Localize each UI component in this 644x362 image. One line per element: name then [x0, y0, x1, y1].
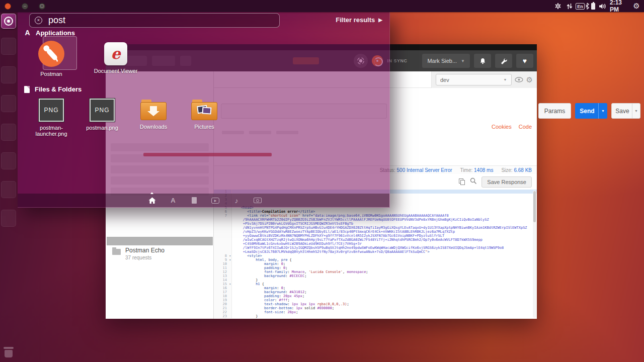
response-editor-rows: 12345 <head>6 <title>Compilation error</…: [214, 190, 537, 318]
cookies-link[interactable]: Cookies: [492, 124, 512, 130]
bell-icon: [479, 58, 486, 64]
editor-row: /dN1yvnnHtPNTPG4PqdHgCMXnPRSZrpSuHBvUJu4…: [214, 226, 537, 230]
save-response-button[interactable]: Save Response: [481, 176, 532, 188]
battery-icon[interactable]: [590, 0, 597, 12]
section-title: Applications: [36, 29, 75, 37]
editor-row: 11 padding: 0;: [214, 266, 537, 270]
editor-row: 8▾ <style>: [214, 254, 537, 258]
time-label: Time:: [460, 167, 473, 173]
top-panel: – ▢ En 2:13 PM ⚙: [0, 0, 644, 12]
result-label: postman-launcher.png: [26, 125, 76, 137]
section-applications-header: A Applications: [24, 29, 75, 37]
editor-row: 7 <link rel="shortcut icon" href="data:i…: [214, 214, 537, 218]
launcher-item-4[interactable]: [1, 124, 16, 141]
launcher-item-3[interactable]: [1, 95, 16, 112]
send-options-caret[interactable]: ▼: [598, 103, 607, 119]
environment-settings-gear-icon[interactable]: ⚙: [526, 76, 533, 83]
collection-item[interactable]: Postman Echo 37 requests: [106, 246, 213, 266]
session-gear-icon[interactable]: ⚙: [632, 0, 641, 12]
result-label: Pictures: [179, 124, 229, 130]
lens-home[interactable]: [147, 197, 156, 205]
heart-icon: ♥: [523, 57, 527, 65]
pictures-folder-icon: [191, 100, 217, 121]
editor-scrollbar[interactable]: [533, 191, 536, 318]
chevron-right-icon: ▶: [378, 17, 382, 23]
lens-applications[interactable]: A: [169, 197, 178, 205]
search-response-icon[interactable]: [470, 177, 477, 187]
send-button[interactable]: Send ▼: [575, 103, 607, 119]
flower-indicator-icon[interactable]: [553, 0, 562, 12]
launcher-item-6[interactable]: [1, 181, 16, 198]
params-button[interactable]: Params: [538, 103, 571, 119]
chevron-down-icon: ▼: [504, 78, 507, 81]
editor-row: 13 background: #ECECEC;: [214, 274, 537, 278]
editor-row: /9hAAAACXRFWHRTb2Z0d2FyZQBBZG9iZSBJbWFnZ…: [214, 218, 537, 222]
editor-row: 18 padding: 20px 45px;: [214, 294, 537, 298]
launcher-item-7[interactable]: [1, 210, 16, 227]
dash-result-file[interactable]: PNG postman.png: [77, 99, 127, 131]
clear-search-icon[interactable]: ×: [35, 17, 42, 24]
settings-wrench-button[interactable]: [495, 54, 512, 68]
postman-app-icon: [37, 40, 65, 68]
editor-row: 10 margin: 0;: [214, 262, 537, 266]
collection-name: Postman Echo: [125, 247, 165, 254]
volume-icon[interactable]: [598, 0, 608, 12]
clock[interactable]: 2:13 PM: [610, 0, 631, 12]
keyboard-layout-indicator[interactable]: En: [576, 0, 585, 12]
editor-row: +PSv3Aj7DSiP2B0rwkLGVdGgxITSCRIJGSMEQWZR…: [214, 222, 537, 226]
trash-icon[interactable]: [4, 347, 14, 358]
editor-row: 17 background: #A31012;: [214, 290, 537, 294]
png-file-icon: PNG: [39, 99, 64, 122]
favorites-button[interactable]: ♥: [516, 54, 533, 68]
launcher-item-5[interactable]: [1, 152, 16, 169]
collection-request-count: 37 requests: [125, 255, 151, 260]
response-body-editor[interactable]: 12345 <head>6 <title>Compilation error</…: [214, 190, 537, 319]
environment-preview-eye-icon[interactable]: [515, 77, 523, 82]
status-value: 500 Internal Server Error: [397, 167, 452, 173]
lens-photos[interactable]: [253, 197, 262, 205]
user-menu-button[interactable]: Mark Sieb... ▼: [422, 54, 470, 68]
dash-lens-bar: A ▶ ♪: [18, 194, 389, 207]
dash-result-postman[interactable]: Postman: [26, 40, 76, 77]
keyboard-layout-badge: En: [576, 3, 585, 10]
folder-icon: [112, 249, 121, 255]
dash-result-file[interactable]: PNG postman-launcher.png: [26, 99, 76, 137]
wrench-icon: [501, 58, 507, 64]
lens-videos[interactable]: ▶: [211, 197, 220, 205]
close-button[interactable]: [5, 3, 11, 10]
sync-status: IN SYNC: [387, 58, 407, 63]
lens-files[interactable]: [190, 197, 199, 205]
notifications-button[interactable]: [474, 54, 491, 68]
editor-row: 9▾ html, body, pre {: [214, 258, 537, 262]
dash-result-pictures[interactable]: Pictures: [179, 99, 229, 130]
code-link[interactable]: Code: [519, 124, 532, 130]
ubuntu-dash-icon[interactable]: [1, 14, 16, 29]
maximize-button[interactable]: ▢: [39, 3, 45, 10]
selected-request-bar[interactable]: [107, 237, 213, 245]
dash-search-input[interactable]: × post: [29, 13, 280, 28]
save-button[interactable]: Save ▼: [611, 103, 640, 119]
size-label: Size:: [501, 167, 512, 173]
updown-arrows-icon[interactable]: [566, 0, 574, 12]
filter-results-toggle[interactable]: Filter results ▶: [336, 16, 382, 24]
editor-row: /lWfF9In7tPz6T4IIwBJOr1SJyIGQMZQbsh5P9uB…: [214, 246, 537, 250]
png-file-icon: PNG: [90, 99, 115, 122]
editor-row: /wIwCxq0CAGtXHZTzqR2jtwQiXONma6hHpj9sLT7…: [214, 238, 537, 242]
document-viewer-icon: e: [104, 42, 127, 65]
launcher-item-2[interactable]: [1, 66, 16, 83]
editor-row: +C4S0MV6aWL1cGnvkxbwHtLW2B9AOkLeUd9KEDuh…: [214, 242, 537, 246]
user-name: Mark Sieb...: [427, 58, 457, 64]
dash-result-document-viewer[interactable]: e Document Viewer: [91, 40, 141, 74]
result-label: Document Viewer: [91, 68, 141, 74]
editor-row: 22 font-size: 28px;: [214, 310, 537, 314]
editor-row: 15▾ h1 {: [214, 282, 537, 286]
launcher-item-1[interactable]: [1, 38, 16, 55]
copy-response-icon[interactable]: [459, 178, 465, 185]
dash-result-downloads[interactable]: Downloads: [128, 99, 179, 130]
environment-select[interactable]: dev ▼: [436, 74, 512, 85]
lens-music[interactable]: ♪: [232, 197, 241, 205]
editor-row: /vHpZ3/wyKKwYGGOdAYwR8EZwoezTYApBEIObyEL…: [214, 230, 537, 234]
editor-row: 14 }: [214, 278, 537, 282]
save-options-caret[interactable]: ▼: [632, 104, 640, 118]
minimize-button[interactable]: –: [22, 3, 28, 10]
